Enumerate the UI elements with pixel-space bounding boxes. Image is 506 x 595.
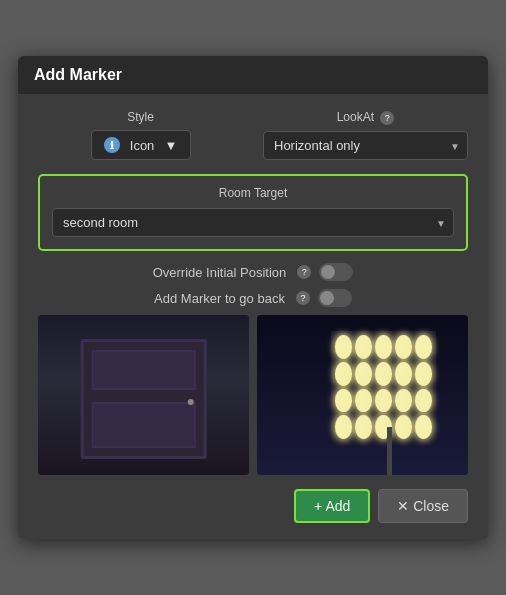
add-marker-back-label: Add Marker to go back: [154, 291, 285, 306]
add-marker-dialog: Add Marker Style ℹ Icon ▼ LookAt ? Hori: [18, 56, 488, 539]
light-bulb: [415, 415, 432, 439]
style-button[interactable]: ℹ Icon ▼: [91, 130, 191, 160]
style-btn-text: Icon: [130, 138, 155, 153]
style-lookat-row: Style ℹ Icon ▼ LookAt ? Horizontal only …: [38, 110, 468, 160]
room-target-select[interactable]: second room first room main hall: [52, 208, 454, 237]
image-door: [38, 315, 249, 475]
room-target-label: Room Target: [52, 186, 454, 200]
dialog-title: Add Marker: [18, 56, 488, 94]
override-position-label: Override Initial Position: [153, 265, 287, 280]
light-bulb: [415, 389, 432, 413]
light-bulb: [395, 415, 412, 439]
style-label: Style: [127, 110, 154, 124]
light-bulb: [355, 335, 372, 359]
info-icon: ℹ: [104, 137, 120, 153]
room-target-select-wrapper: second room first room main hall: [52, 208, 454, 237]
style-dropdown-arrow: ▼: [165, 138, 178, 153]
light-bulb: [355, 415, 372, 439]
style-group: Style ℹ Icon ▼: [38, 110, 243, 160]
lookat-help-icon[interactable]: ?: [380, 111, 394, 125]
light-bulb: [375, 389, 392, 413]
light-bulb: [335, 415, 352, 439]
light-bulb: [335, 335, 352, 359]
door-frame: [80, 339, 207, 459]
light-bulb: [415, 335, 432, 359]
door-panel-bottom: [91, 402, 196, 448]
light-bulb: [355, 362, 372, 386]
light-bulb: [395, 389, 412, 413]
room-target-section: Room Target second room first room main …: [38, 174, 468, 251]
dialog-footer: + Add ✕ Close: [18, 489, 488, 523]
light-panel: [331, 331, 437, 443]
light-bulb: [375, 362, 392, 386]
lights-scene: [257, 315, 468, 475]
add-button[interactable]: + Add: [294, 489, 370, 523]
light-bulb: [415, 362, 432, 386]
light-bulb: [395, 362, 412, 386]
image-lights: [257, 315, 468, 475]
door-scene: [38, 315, 249, 475]
lookat-label: LookAt ?: [337, 110, 395, 125]
lookat-select-wrapper: Horizontal only Free Fixed: [263, 131, 468, 160]
dialog-body: Style ℹ Icon ▼ LookAt ? Horizontal only …: [18, 94, 488, 475]
override-help-icon[interactable]: ?: [297, 265, 311, 279]
door-handle: [188, 399, 194, 405]
light-bulb: [375, 335, 392, 359]
door-panel-top: [91, 350, 196, 390]
add-marker-back-row: Add Marker to go back ?: [38, 289, 468, 307]
light-stand: [387, 427, 392, 475]
override-position-row: Override Initial Position ?: [38, 263, 468, 281]
light-bulb: [335, 389, 352, 413]
light-bulb: [335, 362, 352, 386]
light-bulb: [355, 389, 372, 413]
close-button[interactable]: ✕ Close: [378, 489, 468, 523]
lookat-group: LookAt ? Horizontal only Free Fixed: [263, 110, 468, 160]
light-bulb: [395, 335, 412, 359]
add-marker-back-toggle[interactable]: [318, 289, 352, 307]
images-row: [38, 315, 468, 475]
lookat-select[interactable]: Horizontal only Free Fixed: [263, 131, 468, 160]
add-marker-back-help-icon[interactable]: ?: [296, 291, 310, 305]
override-position-toggle[interactable]: [319, 263, 353, 281]
